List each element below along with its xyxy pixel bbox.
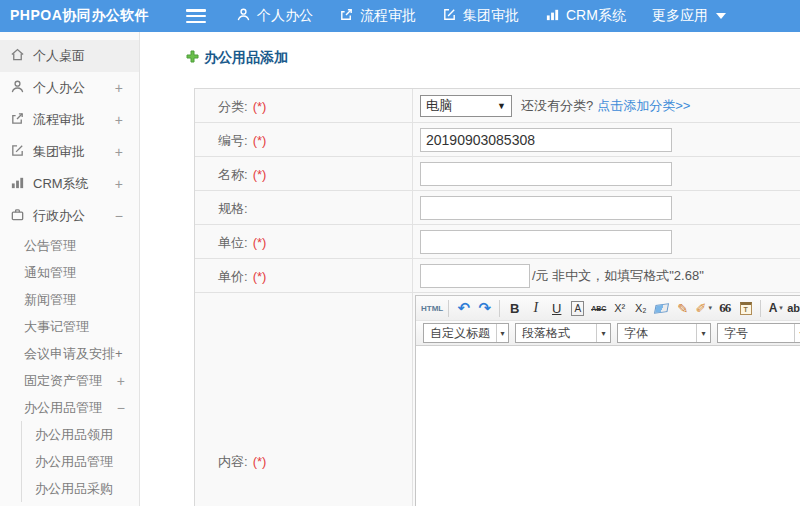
sidebar-item-notice-mgmt[interactable]: 通知管理: [0, 259, 139, 286]
sidebar-item-label: 办公用品管理: [24, 399, 102, 417]
category-select-value: 电脑: [426, 97, 452, 115]
form-row-content: 内容:(*) HTML ↶ ↷ B I U A ABC X²: [195, 293, 800, 506]
code-input[interactable]: [420, 128, 672, 152]
editor-toolbar-row2: 自定义标题 ▾ 段落格式 ▾ 字体 ▾ 字号 ▾: [416, 321, 800, 346]
collapse-icon[interactable]: −: [115, 208, 123, 224]
paste-button[interactable]: T: [736, 298, 755, 319]
menu-toggle-button[interactable]: [186, 9, 206, 23]
auto-typeset-button[interactable]: ✐▾: [694, 298, 713, 319]
briefcase-icon: [10, 207, 33, 225]
italic-button[interactable]: I: [526, 298, 545, 319]
sidebar-item-label: 个人办公: [33, 79, 85, 97]
sidebar-item-label: 会议申请及安排+: [24, 345, 123, 363]
form-row-code: 编号:(*): [195, 123, 800, 157]
sidebar-item-personal-office[interactable]: 个人办公 +: [0, 72, 139, 104]
sidebar-item-label: 新闻管理: [24, 291, 76, 309]
sidebar-item-group-approval[interactable]: 集团审批 +: [0, 136, 139, 168]
caret-down-icon: ▾: [596, 324, 610, 342]
required-mark: (*): [253, 99, 267, 114]
caret-down-icon: [716, 13, 726, 19]
sidebar-item-news-mgmt[interactable]: 新闻管理: [0, 286, 139, 313]
required-mark: (*): [253, 167, 267, 182]
custom-title-select[interactable]: 自定义标题 ▾: [423, 323, 509, 343]
font-color-button[interactable]: A▾: [766, 298, 785, 319]
required-mark: (*): [253, 269, 267, 284]
sidebar-item-admin-office[interactable]: 行政办公 −: [0, 200, 139, 232]
expand-icon[interactable]: +: [115, 112, 123, 128]
html-source-button[interactable]: HTML: [421, 298, 443, 319]
nav-group-approval[interactable]: 集团审批: [442, 7, 519, 25]
category-hint: 还没有分类?: [521, 97, 593, 115]
sidebar-item-office-supplies-receive[interactable]: 办公用品领用: [21, 421, 139, 448]
editor-toolbar-row1: HTML ↶ ↷ B I U A ABC X² X₂ ✎: [416, 296, 800, 321]
sidebar-item-office-supplies-purchase[interactable]: 办公用品采购: [21, 475, 139, 502]
eraser-button[interactable]: [652, 298, 671, 319]
font-family-select[interactable]: 字体 ▾: [617, 323, 711, 343]
sidebar-item-crm[interactable]: CRM系统 +: [0, 168, 139, 200]
edit-square-icon: [10, 143, 33, 161]
sidebar-item-announcement-mgmt[interactable]: 公告管理: [0, 232, 139, 259]
name-input[interactable]: [420, 162, 672, 186]
add-category-link[interactable]: 点击添加分类>>: [597, 97, 690, 115]
field-label: 名称:(*): [195, 157, 413, 190]
category-select[interactable]: 电脑 ▼: [420, 95, 512, 117]
expand-icon[interactable]: +: [115, 176, 123, 192]
sidebar-item-memorabilia-mgmt[interactable]: 大事记管理: [0, 313, 139, 340]
required-mark: (*): [253, 454, 267, 469]
redo-button[interactable]: ↷: [475, 298, 494, 319]
sidebar-item-workflow-approval[interactable]: 流程审批 +: [0, 104, 139, 136]
nav-crm[interactable]: CRM系统: [545, 7, 626, 25]
blockquote-button[interactable]: 66: [715, 298, 734, 319]
price-input[interactable]: [420, 264, 530, 288]
caret-down-icon: ▾: [794, 324, 800, 342]
sidebar-item-fixed-assets-mgmt[interactable]: 固定资产管理 +: [0, 367, 139, 394]
expand-icon[interactable]: +: [115, 144, 123, 160]
underline-button[interactable]: U: [547, 298, 566, 319]
field-label: 分类:(*): [195, 89, 413, 122]
topbar: PHPOA协同办公软件 个人办公 流程审批 集团审批 CRM系统 更多应用: [0, 0, 800, 32]
spec-input[interactable]: [420, 196, 672, 220]
expand-icon[interactable]: +: [117, 373, 125, 389]
superscript-button[interactable]: X²: [610, 298, 629, 319]
sidebar-item-office-supplies-manage[interactable]: 办公用品管理: [21, 448, 139, 475]
nav-label: 集团审批: [463, 7, 519, 25]
paste-icon: T: [740, 302, 752, 315]
editor-content-area[interactable]: [416, 346, 800, 506]
sidebar-item-label: 固定资产管理: [24, 372, 102, 390]
collapse-icon[interactable]: −: [117, 400, 125, 416]
caret-down-icon: ▾: [696, 324, 710, 342]
highlight-button[interactable]: ab✎▾: [787, 298, 800, 319]
sidebar-item-office-supplies-mgmt[interactable]: 办公用品管理 −: [0, 394, 139, 421]
sidebar-item-label: 公告管理: [24, 237, 76, 255]
sidebar-item-label: 通知管理: [24, 264, 76, 282]
subscript-button[interactable]: X₂: [631, 298, 650, 319]
sidebar-item-personal-desktop[interactable]: 个人桌面: [0, 40, 139, 72]
page-title-text: 办公用品添加: [204, 49, 288, 67]
sidebar-item-label: 办公用品采购: [35, 480, 113, 498]
undo-button[interactable]: ↶: [454, 298, 473, 319]
add-plus-icon: [186, 50, 204, 66]
required-mark: (*): [253, 235, 267, 250]
sidebar-item-meeting-request[interactable]: 会议申请及安排+: [0, 340, 139, 367]
page-title: 办公用品添加: [186, 48, 800, 68]
topbar-nav: 个人办公 流程审批 集团审批 CRM系统 更多应用: [236, 7, 752, 25]
expand-icon[interactable]: +: [115, 80, 123, 96]
caret-down-icon: ▾: [496, 324, 508, 342]
nav-workflow-approval[interactable]: 流程审批: [339, 7, 416, 25]
nav-label: 流程审批: [360, 7, 416, 25]
nav-personal-office[interactable]: 个人办公: [236, 7, 313, 25]
caret-down-icon: ▾: [779, 304, 783, 312]
paragraph-format-select[interactable]: 段落格式 ▾: [515, 323, 611, 343]
nav-more-apps[interactable]: 更多应用: [652, 7, 726, 25]
unit-input[interactable]: [420, 230, 672, 254]
rich-text-editor: HTML ↶ ↷ B I U A ABC X² X₂ ✎: [415, 295, 800, 506]
font-size-select[interactable]: 字号 ▾: [717, 323, 800, 343]
bold-button[interactable]: B: [505, 298, 524, 319]
field-label: 编号:(*): [195, 123, 413, 156]
sidebar-item-label: 办公用品管理: [35, 453, 113, 471]
strikethrough-button[interactable]: ABC: [589, 298, 608, 319]
font-border-button[interactable]: A: [568, 298, 587, 319]
sidebar-item-label: 集团审批: [33, 143, 85, 161]
format-painter-button[interactable]: ✎: [673, 298, 692, 319]
sidebar: 个人桌面 个人办公 + 流程审批 + 集团审批 + CRM系统 + 行政办公 −…: [0, 32, 140, 506]
